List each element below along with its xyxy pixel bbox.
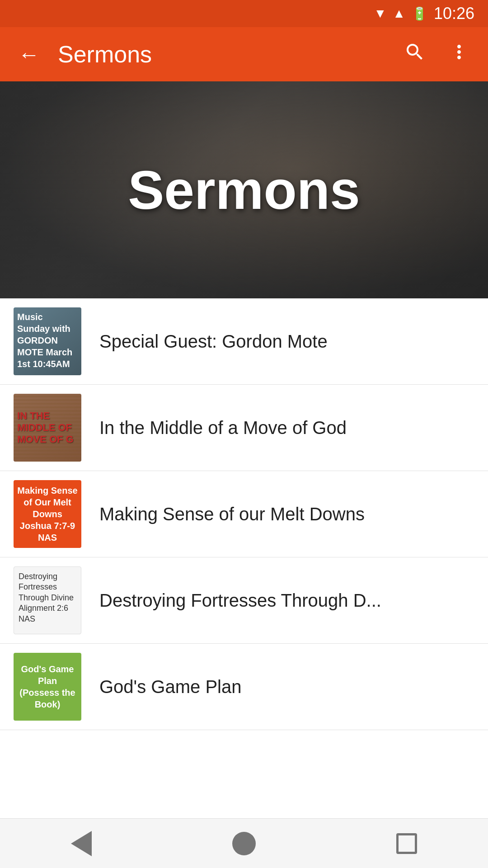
signal-icon: ▲ <box>393 6 405 21</box>
app-bar: ← Sermons <box>0 27 488 81</box>
thumbnail-label: IN THE MIDDLE OF MOVE OF G <box>14 406 81 449</box>
list-item[interactable]: IN THE MIDDLE OF MOVE OF G In the Middle… <box>0 385 488 471</box>
hero-title: Sermons <box>128 159 360 221</box>
nav-back-button[interactable] <box>59 826 104 862</box>
recents-nav-icon <box>396 833 417 854</box>
sermon-list: Music Sunday with GORDON MOTE March 1st … <box>0 298 488 730</box>
nav-home-button[interactable] <box>221 826 267 862</box>
list-item[interactable]: Music Sunday with GORDON MOTE March 1st … <box>0 298 488 385</box>
list-item[interactable]: Making Sense of Our Melt Downs Joshua 7:… <box>0 471 488 557</box>
back-nav-icon <box>71 831 92 856</box>
list-item[interactable]: God's Game Plan (Possess the Book) God's… <box>0 644 488 730</box>
bottom-navigation <box>0 818 488 868</box>
status-bar: ▼ ▲ 🔋 10:26 <box>0 0 488 27</box>
sermon-thumbnail: Destroying Fortresses Through Divine Ali… <box>14 566 81 634</box>
wifi-icon: ▼ <box>374 6 386 21</box>
more-options-button[interactable] <box>444 37 474 72</box>
sermon-title: Special Guest: Gordon Mote <box>99 330 474 353</box>
search-button[interactable] <box>399 37 430 72</box>
nav-recents-button[interactable] <box>384 826 429 862</box>
sermon-title: In the Middle of a Move of God <box>99 416 474 439</box>
hero-section: Sermons <box>0 81 488 298</box>
thumbnail-label: Making Sense of Our Melt Downs Joshua 7:… <box>14 481 81 547</box>
status-time: 10:26 <box>434 4 474 23</box>
sermon-title: Destroying Fortresses Through D... <box>99 589 474 612</box>
sermon-title: God's Game Plan <box>99 675 474 698</box>
back-button[interactable]: ← <box>14 38 44 71</box>
thumbnail-label: God's Game Plan (Possess the Book) <box>14 660 81 714</box>
thumbnail-label: Music Sunday with GORDON MOTE March 1st … <box>17 311 78 370</box>
list-item[interactable]: Destroying Fortresses Through Divine Ali… <box>0 557 488 644</box>
sermon-thumbnail: God's Game Plan (Possess the Book) <box>14 653 81 721</box>
battery-icon: 🔋 <box>412 6 427 21</box>
home-nav-icon <box>232 832 256 855</box>
sermon-thumbnail: Music Sunday with GORDON MOTE March 1st … <box>14 307 81 375</box>
sermon-thumbnail: IN THE MIDDLE OF MOVE OF G <box>14 394 81 462</box>
page-title: Sermons <box>58 41 386 68</box>
sermon-title: Making Sense of our Melt Downs <box>99 502 474 526</box>
sermon-thumbnail: Making Sense of Our Melt Downs Joshua 7:… <box>14 480 81 548</box>
status-icons: ▼ ▲ 🔋 10:26 <box>374 4 474 23</box>
thumbnail-label: Destroying Fortresses Through Divine Ali… <box>19 571 76 624</box>
